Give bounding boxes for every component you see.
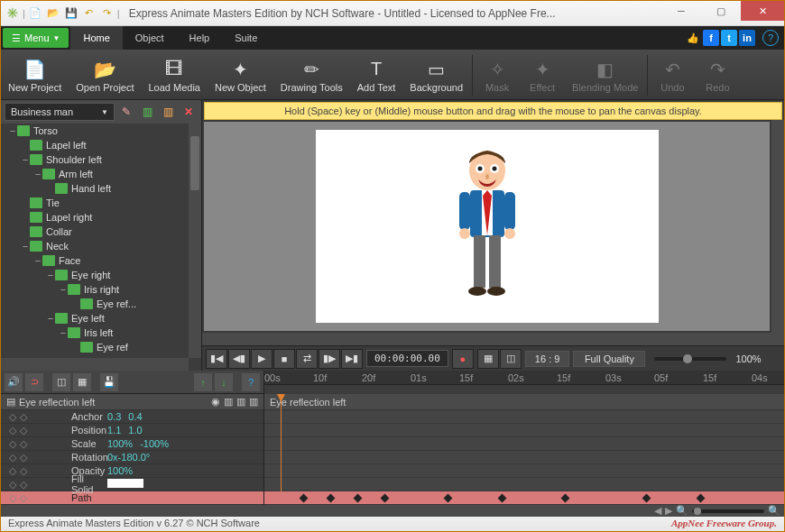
keyframe[interactable] [498,494,507,503]
magnet-icon[interactable]: ⊃ [25,373,43,391]
delete-icon[interactable]: ✕ [180,103,198,121]
zoom-out-icon[interactable]: 🔍 [676,505,688,517]
property-row[interactable]: ◇ ◇Scale100%-100% [1,437,263,451]
lock-icon[interactable]: ▥ [224,396,233,408]
redo-icon[interactable]: ↷ [99,5,115,22]
property-row[interactable]: ◇ ◇Anchor0.30.4 [1,410,263,424]
tree-item[interactable]: −Iris right [1,282,201,297]
timeline-help-icon[interactable]: ? [242,373,260,391]
tool-new-project[interactable]: 📄New Project [1,51,69,99]
solo-icon[interactable]: ▥ [236,396,245,408]
close-button[interactable]: ✕ [741,1,784,21]
tree-item[interactable]: Lapel left [1,138,201,152]
minimize-button[interactable]: ─ [661,1,701,21]
character-businessman[interactable] [447,145,528,307]
tree-item[interactable]: Eye ref... [1,297,201,311]
keyframe[interactable] [561,494,570,503]
property-row[interactable]: ◇ ◇Path [1,491,263,505]
track-row[interactable] [264,464,784,478]
timeline-ruler[interactable]: 00s10f20f01s15f02s15f03s05f15f04s [264,371,784,385]
stop-button[interactable]: ■ [273,349,295,369]
safe-zone-button[interactable]: ◫ [500,349,522,369]
maximize-button[interactable]: ▢ [701,1,741,21]
more-icon[interactable]: ▥ [249,396,258,408]
track-row[interactable] [264,437,784,451]
wand-icon[interactable]: ✎ [117,103,135,121]
thumbs-up-icon[interactable]: 👍 [685,30,701,46]
play-button[interactable]: ▶ [251,349,272,369]
prev-frame-button[interactable]: ◀▮ [228,349,250,369]
keyframe[interactable] [381,494,390,503]
canvas[interactable] [316,130,659,323]
scroll-right-icon[interactable]: ▶ [665,505,672,517]
go-end-button[interactable]: ▶▮ [341,349,363,369]
track-row[interactable] [264,451,784,464]
keyframe[interactable] [354,494,363,503]
help-icon[interactable]: ? [762,30,779,46]
linkedin-icon[interactable]: in [739,30,755,46]
save-icon[interactable]: 💾 [100,373,118,391]
track-row[interactable] [264,478,784,491]
tree-item[interactable]: −Eye right [1,268,201,282]
timeline-zoom-slider[interactable] [692,509,764,513]
track-row[interactable] [264,410,784,424]
zoom-in-icon[interactable]: 🔍 [768,505,780,517]
menu-suite[interactable]: Suite [222,26,270,50]
go-start-button[interactable]: ▮◀ [206,349,227,369]
open-icon[interactable]: 📂 [45,5,61,22]
keyframe[interactable] [300,494,309,503]
tree-scrollbar-vertical[interactable] [189,124,201,358]
tl-tool-2[interactable]: ▦ [73,373,91,391]
menu-button[interactable]: ☰ Menu ▼ [3,28,69,48]
timeline-tracks[interactable]: Eye reflection left [264,394,784,505]
facebook-icon[interactable]: f [703,30,719,46]
next-frame-button[interactable]: ▮▶ [319,349,340,369]
scroll-left-icon[interactable]: ◀ [654,505,661,517]
new-icon[interactable]: 📄 [27,5,43,22]
property-row[interactable]: ◇ ◇Fill Solid [1,478,263,491]
object-combo[interactable]: Business man▼ [5,103,115,121]
tool-open-project[interactable]: 📂Open Project [69,51,141,99]
tree-item[interactable]: −Face [1,253,201,268]
loop-button[interactable]: ⇄ [296,349,318,369]
save-icon[interactable]: 💾 [63,5,79,22]
keyframe[interactable] [444,494,453,503]
speaker-icon[interactable]: 🔊 [5,373,23,391]
menu-help[interactable]: Help [177,26,223,50]
keyframe[interactable] [327,494,336,503]
canvas-scrollbar-horizontal[interactable] [202,333,784,345]
tree-item[interactable]: Eye ref [1,340,201,354]
aspect-ratio[interactable]: 16 : 9 [525,351,570,367]
tree-item[interactable]: −Neck [1,239,201,253]
tool-add-text[interactable]: TAdd Text [350,51,403,99]
tool-new-object[interactable]: ✦New Object [208,51,273,99]
canvas-viewport[interactable] [204,122,770,331]
menu-object[interactable]: Object [123,26,177,50]
tool-drawing-tools[interactable]: ✏Drawing Tools [273,51,350,99]
tree-item[interactable]: −Eye left [1,311,201,326]
track-row[interactable] [264,424,784,437]
undo-icon[interactable]: ↶ [81,5,97,22]
keyframe[interactable] [642,494,651,503]
tree-item[interactable]: −Torso [1,124,201,138]
tree-item[interactable]: −Iris left [1,326,201,340]
tool-background[interactable]: ▭Background [402,51,470,99]
add-object-icon[interactable]: ▥ [138,103,156,121]
tree-scrollbar-horizontal[interactable] [1,358,189,371]
tl-tool-1[interactable]: ◫ [52,373,70,391]
canvas-scrollbar-vertical[interactable] [771,120,784,333]
record-button[interactable]: ● [452,349,474,369]
collapse-icon[interactable]: ▤ [6,396,15,408]
tree-item[interactable]: −Shoulder left [1,152,201,167]
tool-load-media[interactable]: 🎞Load Media [142,51,208,99]
tree-item[interactable]: Hand left [1,181,201,196]
timecode[interactable]: 00:00:00.00 [366,350,448,367]
keyframe[interactable] [697,494,706,503]
tree-item[interactable]: −Arm left [1,167,201,181]
tree-item[interactable]: Tie [1,196,201,210]
property-row[interactable]: ◇ ◇Position1.11.0 [1,424,263,437]
track-row[interactable] [264,491,784,505]
tree-item[interactable]: Lapel right [1,210,201,225]
twitter-icon[interactable]: t [721,30,737,46]
duplicate-icon[interactable]: ▥ [159,103,177,121]
